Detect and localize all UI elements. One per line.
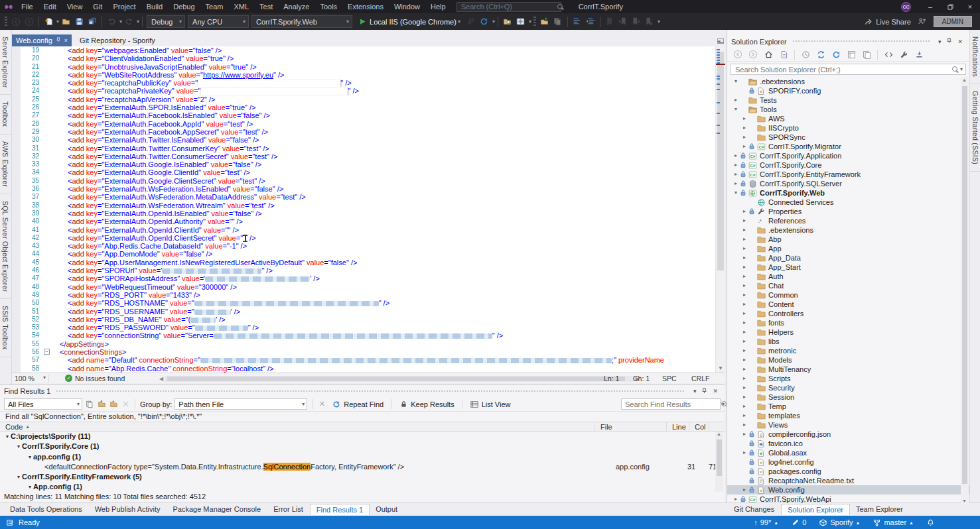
tool-tab-server-explorer[interactable]: Server Explorer bbox=[0, 30, 11, 95]
code-line[interactable]: 22<add key="WebSiteRootAddress" value="h… bbox=[12, 71, 725, 79]
expand-icon[interactable]: ▸ bbox=[741, 216, 748, 225]
code-line[interactable]: 51<add key="RDS_USERNAME" value="' /> bbox=[12, 308, 725, 316]
code-line[interactable]: 26<add key="ExternalAuth.SPOR.IsEnabled"… bbox=[12, 103, 725, 111]
bookmark-prev-icon[interactable] bbox=[616, 15, 630, 29]
tree-item-models[interactable]: ▸Models bbox=[727, 355, 969, 365]
bookmark-next-icon[interactable] bbox=[630, 15, 643, 29]
group-by-dropdown[interactable]: Path then File▾ bbox=[175, 398, 307, 410]
split-handle[interactable] bbox=[717, 38, 724, 44]
browser-preview-icon[interactable] bbox=[514, 15, 527, 29]
menu-item-test[interactable]: Test bbox=[254, 0, 278, 13]
collapse-icon[interactable]: ▾ bbox=[733, 188, 739, 198]
solution-tree-scrollbar[interactable]: ▲▼ bbox=[961, 77, 969, 504]
menu-item-tools[interactable]: Tools bbox=[315, 0, 342, 13]
code-icon[interactable] bbox=[882, 48, 895, 61]
quick-search-box[interactable] bbox=[456, 2, 561, 12]
code-line[interactable]: 50<add key="RDS_HOSTNAME" value="" /> bbox=[12, 299, 725, 307]
menu-item-team[interactable]: Team bbox=[200, 0, 229, 13]
pending-changes-icon[interactable] bbox=[799, 48, 812, 61]
tree-item-corrit-sporify-entityframework[interactable]: ▸C#CorrIT.Sporify.EntityFramework bbox=[727, 170, 969, 179]
tool-tab-sql-server-object-explorer[interactable]: SQL Server Object Explorer bbox=[0, 194, 11, 300]
pin-icon[interactable] bbox=[944, 38, 955, 45]
expand-icon[interactable]: ▸ bbox=[741, 383, 748, 392]
menu-item-git[interactable]: Git bbox=[88, 0, 107, 13]
tree-item-corrit-sporify-sqlserver[interactable]: ▸CorrIT.Sporify.SQLServer bbox=[727, 179, 969, 188]
tree-item-auth[interactable]: ▸Auth bbox=[727, 272, 969, 281]
code-line[interactable]: 41<add key="ExternalAuth.OpenId.ClientId… bbox=[12, 226, 725, 234]
expand-icon[interactable] bbox=[38, 462, 44, 472]
expand-icon[interactable]: ▸ bbox=[733, 495, 739, 504]
refresh-icon[interactable] bbox=[478, 15, 491, 29]
scroll-down-icon[interactable]: ▼ bbox=[718, 365, 723, 371]
code-line[interactable]: 52<add key="RDS_DB_NAME" value="(' /> bbox=[12, 316, 725, 323]
code-line[interactable]: 46<add key="SPORUrl" value='" /> bbox=[12, 266, 725, 274]
menu-item-project[interactable]: Project bbox=[107, 0, 141, 13]
find-result-row[interactable]: ▾App.config (1) bbox=[0, 482, 725, 492]
bookmark-clear-icon-dropdown[interactable]: ▾ bbox=[658, 19, 660, 25]
undo-icon[interactable] bbox=[105, 15, 118, 29]
toolbar-grip[interactable] bbox=[5, 17, 7, 27]
avatar[interactable]: CC bbox=[901, 2, 911, 12]
tool-tab-toolbox[interactable]: Toolbox bbox=[0, 95, 11, 134]
code-line[interactable]: 31<add key="ExternalAuth.Twitter.Consume… bbox=[12, 145, 725, 152]
column-line[interactable]: Line bbox=[667, 422, 689, 431]
expand-icon[interactable]: ▸ bbox=[741, 290, 748, 300]
format-selection-icon[interactable] bbox=[584, 15, 597, 29]
code-line[interactable]: 36<add key="ExternalAuth.WsFederation.Is… bbox=[12, 185, 725, 193]
sync-icon[interactable] bbox=[814, 48, 827, 61]
window-position-icon[interactable]: ▾ bbox=[936, 38, 944, 45]
tree-item-common[interactable]: ▸Common bbox=[727, 290, 969, 300]
tree-item-corrit-sporify-webapi[interactable]: ▸C#CorrIT.Sporify.WebApi bbox=[727, 495, 969, 504]
editor-vertical-scrollbar[interactable]: ▼ bbox=[715, 46, 725, 373]
tree-item-compilerconfig-json[interactable]: ▸{}compilerconfig.json bbox=[727, 430, 969, 439]
menu-item-debug[interactable]: Debug bbox=[168, 0, 200, 13]
tree-item-multitenancy[interactable]: ▸MultiTenancy bbox=[727, 365, 969, 374]
issues-indicator[interactable]: ✓ No issues found bbox=[65, 375, 125, 382]
fold-collapse-icon[interactable]: − bbox=[44, 349, 50, 355]
expand-icon[interactable]: ▸ bbox=[741, 448, 748, 457]
tree-item--ebextensions[interactable]: ▸.ebextensions bbox=[727, 225, 969, 235]
menu-item-extensions[interactable]: Extensions bbox=[342, 0, 389, 13]
code-line[interactable]: 38<add key="ExternalAuth.WsFederation.Wt… bbox=[12, 202, 725, 209]
expand-icon[interactable]: ▸ bbox=[741, 253, 748, 263]
tree-item-connected-services[interactable]: Connected Services bbox=[727, 198, 969, 207]
expand-icon[interactable]: ▸ bbox=[741, 411, 748, 420]
space-mode[interactable]: SPC bbox=[662, 375, 691, 382]
admin-badge[interactable]: ADMIN bbox=[934, 16, 972, 27]
tree-item-tools[interactable]: ▾Tools bbox=[727, 105, 969, 114]
tab-git-repository[interactable]: Git Repository - Sporify bbox=[76, 34, 159, 46]
expand-icon[interactable]: ▸ bbox=[733, 95, 739, 105]
properties-icon[interactable] bbox=[845, 48, 858, 61]
close-icon[interactable]: ✕ bbox=[710, 388, 721, 394]
repository-button[interactable]: Sporify▲ bbox=[818, 518, 860, 527]
panel-tab-output[interactable]: Output bbox=[370, 504, 404, 515]
code-line[interactable]: 25<add key="recaptchaApiVersion" value="… bbox=[12, 95, 725, 103]
find-in-files-icon[interactable] bbox=[501, 15, 514, 29]
tree-item-fonts[interactable]: ▸fonts bbox=[727, 318, 969, 327]
repeat-find-button[interactable]: Repeat Find bbox=[329, 400, 386, 409]
code-line[interactable]: 30<add key="ExternalAuth.Twitter.IsEnabl… bbox=[12, 136, 725, 144]
menu-item-build[interactable]: Build bbox=[141, 0, 168, 13]
tree-item-references[interactable]: ▸.*References bbox=[727, 216, 969, 225]
refresh-icon[interactable] bbox=[829, 48, 843, 61]
save-all-icon[interactable] bbox=[86, 15, 99, 29]
bell-icon[interactable] bbox=[926, 518, 935, 527]
expand-icon[interactable]: ▸ bbox=[741, 207, 748, 216]
refresh-icon-dropdown[interactable]: ▾ bbox=[492, 19, 495, 25]
solution-platform-dropdown[interactable]: Any CPU▾ bbox=[188, 15, 249, 28]
menu-item-file[interactable]: File bbox=[16, 0, 38, 13]
branch-button[interactable]: master▲ bbox=[872, 518, 914, 527]
code-line[interactable]: 27<add key="ExternalAuth.Facebook.IsEnab… bbox=[12, 111, 725, 119]
column-col[interactable]: Col bbox=[689, 422, 709, 431]
expand-icon[interactable]: ▸ bbox=[741, 346, 748, 355]
zoom-dropdown[interactable]: 100 %▾ bbox=[12, 375, 49, 382]
editor-horizontal-scrollbar[interactable]: ◀ ▶ bbox=[159, 375, 640, 382]
copy-icon[interactable] bbox=[551, 15, 565, 29]
tree-item-global-asax[interactable]: ▸Global.asax bbox=[727, 448, 969, 457]
copy-icon[interactable] bbox=[85, 400, 94, 409]
expand-icon[interactable]: ▾ bbox=[4, 432, 11, 441]
search-find-results-input[interactable] bbox=[624, 400, 721, 409]
expand-icon[interactable]: ▾ bbox=[27, 452, 33, 462]
expand-icon[interactable]: ▾ bbox=[27, 482, 33, 492]
code-line[interactable]: 57<add name="Default" connectionString="… bbox=[12, 356, 725, 364]
